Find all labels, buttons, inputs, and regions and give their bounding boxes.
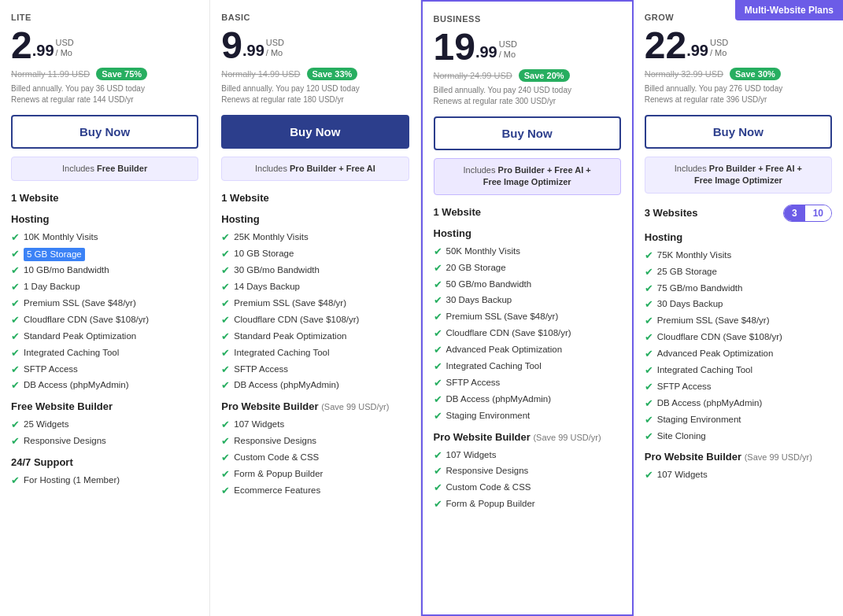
- check-icon: ✔: [434, 465, 442, 478]
- check-icon: ✔: [434, 344, 442, 357]
- list-item: ✔DB Access (phpMyAdmin): [11, 379, 198, 393]
- list-item: ✔DB Access (phpMyAdmin): [645, 397, 832, 411]
- savings-row-grow: Normally 32.99 USD Save 30%: [645, 68, 832, 80]
- save-badge-grow: Save 30%: [730, 68, 781, 80]
- list-item: ✔DB Access (phpMyAdmin): [434, 393, 621, 407]
- hosting-features-business: ✔50K Monthly Visits ✔20 GB Storage ✔50 G…: [434, 245, 621, 423]
- price-decimals-business: .99: [475, 43, 497, 61]
- builder-title-business: Pro Website Builder (Save 99 USD/yr): [434, 431, 621, 443]
- plan-grow: Multi-Website Plans GROW 22 .99 USD/ Mo …: [634, 0, 843, 616]
- list-item: ✔5 GB Storage: [11, 248, 198, 261]
- check-icon: ✔: [221, 314, 230, 327]
- builder-title-grow: Pro Website Builder (Save 99 USD/yr): [645, 451, 832, 463]
- toggle-10-button[interactable]: 10: [805, 205, 831, 221]
- builder-features-grow: ✔107 Widgets: [645, 469, 832, 482]
- hosting-title-grow: Hosting: [645, 231, 832, 243]
- normal-price-basic: Normally 14.99 USD: [221, 69, 300, 79]
- websites-basic: 1 Website: [221, 192, 409, 204]
- list-item: ✔Cloudflare CDN (Save $108/yr): [434, 327, 621, 341]
- save-badge-lite: Save 75%: [96, 68, 147, 80]
- list-item: ✔SFTP Access: [434, 377, 621, 390]
- check-icon: ✔: [645, 469, 653, 482]
- check-icon: ✔: [434, 311, 442, 324]
- list-item: ✔25K Monthly Visits: [221, 231, 409, 245]
- support-features-lite: ✔For Hosting (1 Member): [11, 474, 198, 488]
- builder-features-business: ✔107 Widgets ✔Responsive Designs ✔Custom…: [434, 449, 621, 512]
- check-icon: ✔: [11, 379, 20, 393]
- check-icon: ✔: [645, 364, 653, 378]
- list-item: ✔SFTP Access: [645, 381, 832, 394]
- check-icon: ✔: [11, 281, 20, 294]
- normal-price-lite: Normally 11.99 USD: [11, 69, 90, 79]
- buy-now-button-basic[interactable]: Buy Now: [221, 115, 409, 149]
- list-item: ✔Integrated Caching Tool: [221, 347, 409, 360]
- check-icon: ✔: [221, 231, 230, 245]
- price-decimals-lite: .99: [32, 42, 54, 60]
- toggle-3-button[interactable]: 3: [784, 205, 805, 221]
- support-title-lite: 24/7 Support: [11, 456, 198, 468]
- check-icon: ✔: [434, 294, 442, 308]
- hosting-features-basic: ✔25K Monthly Visits ✔10 GB Storage ✔30 G…: [221, 231, 409, 393]
- websites-business: 1 Website: [434, 206, 621, 218]
- list-item: ✔Form & Popup Builder: [434, 498, 621, 511]
- buy-now-button-lite[interactable]: Buy Now: [11, 115, 198, 149]
- list-item: ✔Responsive Designs: [11, 435, 198, 448]
- list-item: ✔Cloudflare CDN (Save $108/yr): [11, 314, 198, 327]
- check-icon: ✔: [434, 481, 442, 495]
- list-item: ✔Standard Peak Optimization: [221, 330, 409, 344]
- includes-box-grow: Includes Pro Builder + Free AI +Free Ima…: [645, 157, 832, 194]
- buy-now-button-grow[interactable]: Buy Now: [645, 115, 832, 149]
- includes-box-business: Includes Pro Builder + Free AI +Free Ima…: [434, 158, 621, 195]
- check-icon: ✔: [11, 474, 20, 488]
- check-icon: ✔: [11, 330, 20, 344]
- hosting-features-grow: ✔75K Monthly Visits ✔25 GB Storage ✔75 G…: [645, 249, 832, 444]
- check-icon: ✔: [434, 449, 442, 463]
- list-item: ✔10K Monthly Visits: [11, 231, 198, 245]
- price-decimals-basic: .99: [242, 42, 264, 60]
- check-icon: ✔: [434, 327, 442, 341]
- check-icon: ✔: [434, 262, 442, 275]
- list-item: ✔Custom Code & CSS: [221, 452, 409, 465]
- save-badge-basic: Save 33%: [307, 68, 358, 80]
- list-item: ✔Integrated Caching Tool: [434, 360, 621, 374]
- list-item: ✔Premium SSL (Save $48/yr): [221, 297, 409, 311]
- billing-note-business: Billed annually. You pay 240 USD todayRe…: [434, 85, 621, 107]
- check-icon: ✔: [434, 278, 442, 292]
- price-usd-basic: USD/ Mo: [266, 38, 284, 58]
- price-usd-business: USD/ Mo: [499, 39, 517, 60]
- check-icon: ✔: [11, 347, 20, 360]
- includes-box-basic: Includes Pro Builder + Free AI: [221, 157, 409, 181]
- save-badge-business: Save 20%: [519, 69, 570, 82]
- normal-price-grow: Normally 32.99 USD: [645, 69, 723, 79]
- check-icon: ✔: [434, 245, 442, 259]
- check-icon: ✔: [221, 330, 230, 344]
- check-icon: ✔: [221, 281, 230, 294]
- list-item: ✔30 GB/mo Bandwidth: [221, 264, 409, 278]
- list-item: ✔14 Days Backup: [221, 281, 409, 294]
- billing-note-basic: Billed annually. You pay 120 USD todayRe…: [221, 83, 409, 105]
- price-row-grow: 22 .99 USD/ Mo: [645, 27, 832, 65]
- multi-website-plans-button[interactable]: Multi-Website Plans: [735, 0, 843, 20]
- list-item: ✔For Hosting (1 Member): [11, 474, 198, 488]
- check-icon: ✔: [434, 377, 442, 390]
- list-item: ✔107 Widgets: [221, 419, 409, 432]
- list-item: ✔10 GB Storage: [221, 248, 409, 261]
- builder-features-basic: ✔107 Widgets ✔Responsive Designs ✔Custom…: [221, 419, 409, 497]
- price-row-lite: 2 .99 USD/ Mo: [11, 27, 198, 65]
- check-icon: ✔: [11, 435, 20, 448]
- list-item: ✔Ecommerce Features: [221, 485, 409, 498]
- check-icon: ✔: [434, 410, 442, 423]
- check-icon: ✔: [11, 297, 20, 311]
- list-item: ✔1 Day Backup: [11, 281, 198, 294]
- websites-toggle[interactable]: 3 10: [783, 205, 832, 222]
- hosting-title-basic: Hosting: [221, 213, 409, 225]
- price-decimals-grow: .99: [686, 42, 708, 60]
- list-item: ✔75 GB/mo Bandwidth: [645, 282, 832, 296]
- list-item: ✔25 GB Storage: [645, 266, 832, 279]
- buy-now-button-business[interactable]: Buy Now: [434, 116, 621, 150]
- list-item: ✔Advanced Peak Optimization: [434, 344, 621, 357]
- list-item: ✔Responsive Designs: [434, 465, 621, 478]
- list-item: ✔50 GB/mo Bandwidth: [434, 278, 621, 292]
- hosting-title-lite: Hosting: [11, 213, 198, 225]
- billing-note-grow: Billed annually. You pay 276 USD todayRe…: [645, 83, 832, 105]
